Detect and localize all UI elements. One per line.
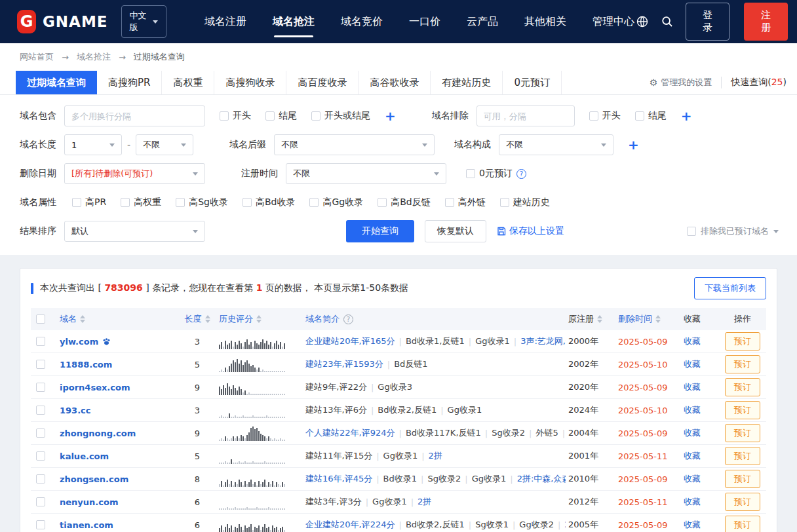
reserve-button[interactable]: 预订 <box>725 355 760 373</box>
row-checkbox[interactable] <box>36 360 45 369</box>
row-checkbox[interactable] <box>36 406 45 415</box>
row-checkbox[interactable] <box>36 520 45 529</box>
attr-high-bd-index[interactable]: 高Bd收录 <box>243 197 296 208</box>
breadcrumb-backorder[interactable]: 域名抢注 <box>77 51 111 63</box>
favorite-link[interactable]: 收藏 <box>684 427 701 439</box>
sort-icon[interactable] <box>80 315 85 323</box>
domain-link[interactable]: kalue.com <box>60 451 109 461</box>
domain-link[interactable]: nenyun.com <box>60 497 118 507</box>
add-include-icon[interactable]: + <box>385 109 396 123</box>
domain-link[interactable]: zhongsen.com <box>60 474 128 484</box>
exclude-input[interactable] <box>476 105 575 126</box>
nav-item-buy-now[interactable]: 一口价 <box>408 1 442 43</box>
nav-item-cloud-products[interactable]: 云产品 <box>465 1 499 43</box>
checkbox[interactable] <box>378 198 387 207</box>
delete-date-select[interactable]: [所有]待删除(可预订) <box>64 163 205 184</box>
reserve-button[interactable]: 预订 <box>725 470 760 488</box>
favorite-link[interactable]: 收藏 <box>684 335 701 347</box>
login-button[interactable]: 登录 <box>686 3 729 41</box>
reserve-button[interactable]: 预订 <box>725 493 760 511</box>
quick-query-link[interactable]: 快速查询(25) <box>731 77 787 88</box>
tab-expired-domain-query[interactable]: 过期域名查询 <box>16 71 97 94</box>
include-option-start-or-end[interactable]: 开头或结尾 <box>311 110 370 122</box>
register-button[interactable]: 注册 <box>744 3 788 41</box>
reserve-button[interactable]: 预订 <box>725 447 760 465</box>
reserve-button[interactable]: 预订 <box>725 401 760 419</box>
tab-high-google-index[interactable]: 高谷歌收录 <box>359 71 431 94</box>
sort-icon[interactable] <box>597 315 602 323</box>
checkbox[interactable] <box>311 111 321 121</box>
tab-high-sogou-pr[interactable]: 高搜狗PR <box>97 71 162 94</box>
favorite-link[interactable]: 收藏 <box>684 381 701 393</box>
nav-item-other[interactable]: 其他相关 <box>523 1 568 43</box>
domain-link[interactable]: 11888.com <box>60 360 112 370</box>
sort-select[interactable]: 默认 <box>64 221 205 242</box>
nav-item-domain-backorder[interactable]: 域名抢注 <box>271 1 316 43</box>
length-max-select[interactable]: 不限 <box>136 134 193 155</box>
row-checkbox[interactable] <box>36 451 45 461</box>
col-domain[interactable]: 域名 <box>60 313 77 325</box>
reserve-button[interactable]: 预订 <box>725 332 760 351</box>
add-exclude-icon[interactable]: + <box>681 109 692 123</box>
domain-link[interactable]: zhongnong.com <box>60 428 136 438</box>
sort-icon[interactable] <box>655 315 661 323</box>
exclude-option-start[interactable]: 开头 <box>589 110 621 122</box>
search-icon[interactable] <box>661 14 674 29</box>
col-delete-time[interactable]: 删除时间 <box>618 313 652 325</box>
reserve-button[interactable]: 预订 <box>725 424 760 442</box>
favorite-link[interactable]: 收藏 <box>684 358 701 370</box>
checkbox[interactable] <box>635 111 644 121</box>
include-input[interactable] <box>64 105 205 126</box>
save-settings-link[interactable]: 保存以上设置 <box>497 225 564 237</box>
nav-item-domain-auction[interactable]: 域名竞价 <box>340 1 384 43</box>
checkbox[interactable] <box>176 198 185 207</box>
col-history-score[interactable]: 历史评分 <box>219 313 253 325</box>
tab-high-baidu-index[interactable]: 高百度收录 <box>286 71 359 94</box>
include-option-end[interactable]: 结尾 <box>265 110 297 122</box>
checkbox[interactable] <box>121 198 130 207</box>
suffix-select[interactable]: 不限 <box>274 134 435 155</box>
reg-time-select[interactable]: 不限 <box>286 163 446 184</box>
row-checkbox[interactable] <box>36 428 45 438</box>
domain-link[interactable]: tianen.com <box>60 520 113 530</box>
start-query-button[interactable]: 开始查询 <box>346 220 414 242</box>
nav-item-management-center[interactable]: 管理中心 <box>591 1 636 43</box>
help-icon[interactable]: ? <box>343 314 353 324</box>
checkbox[interactable] <box>589 111 598 121</box>
checkbox[interactable] <box>265 111 275 121</box>
domain-link[interactable]: iporn4sex.com <box>60 383 130 392</box>
attr-high-gg-index[interactable]: 高Gg收录 <box>309 197 363 208</box>
favorite-link[interactable]: 收藏 <box>684 519 701 531</box>
brand-logo-text[interactable]: GNAME <box>43 13 108 30</box>
attr-high-external-link[interactable]: 高外链 <box>445 197 486 208</box>
tab-high-sogou-index[interactable]: 高搜狗收录 <box>214 71 286 94</box>
breadcrumb-home[interactable]: 网站首页 <box>20 51 54 63</box>
row-checkbox[interactable] <box>36 337 45 346</box>
row-checkbox[interactable] <box>36 497 45 506</box>
checkbox[interactable] <box>500 198 509 207</box>
brand-logo-icon[interactable]: G <box>17 10 36 33</box>
attr-site-history[interactable]: 建站历史 <box>500 197 550 208</box>
download-list-button[interactable]: 下载当前列表 <box>694 277 766 299</box>
reserve-button[interactable]: 预订 <box>725 378 760 396</box>
col-intro[interactable]: 域名简介 <box>305 313 340 325</box>
attr-high-weight[interactable]: 高权重 <box>121 197 161 208</box>
include-option-start[interactable]: 开头 <box>220 110 251 122</box>
domain-link[interactable]: ylw.com <box>60 337 98 347</box>
col-length[interactable]: 长度 <box>185 313 202 325</box>
tab-high-weight[interactable]: 高权重 <box>162 71 214 94</box>
currency-globe-icon[interactable] <box>636 14 649 29</box>
help-icon[interactable]: ? <box>516 169 526 179</box>
col-registered[interactable]: 原注册 <box>568 313 594 325</box>
row-checkbox[interactable] <box>36 383 45 392</box>
checkbox[interactable] <box>687 227 696 236</box>
select-all-checkbox[interactable] <box>36 314 45 324</box>
attr-high-sg-index[interactable]: 高Sg收录 <box>176 197 228 208</box>
checkbox[interactable] <box>466 169 475 178</box>
favorite-link[interactable]: 收藏 <box>684 404 701 416</box>
row-checkbox[interactable] <box>36 474 45 484</box>
domain-link[interactable]: 193.cc <box>60 406 91 415</box>
favorite-link[interactable]: 收藏 <box>684 450 701 462</box>
checkbox[interactable] <box>309 198 319 207</box>
length-min-select[interactable]: 1 <box>64 134 122 155</box>
